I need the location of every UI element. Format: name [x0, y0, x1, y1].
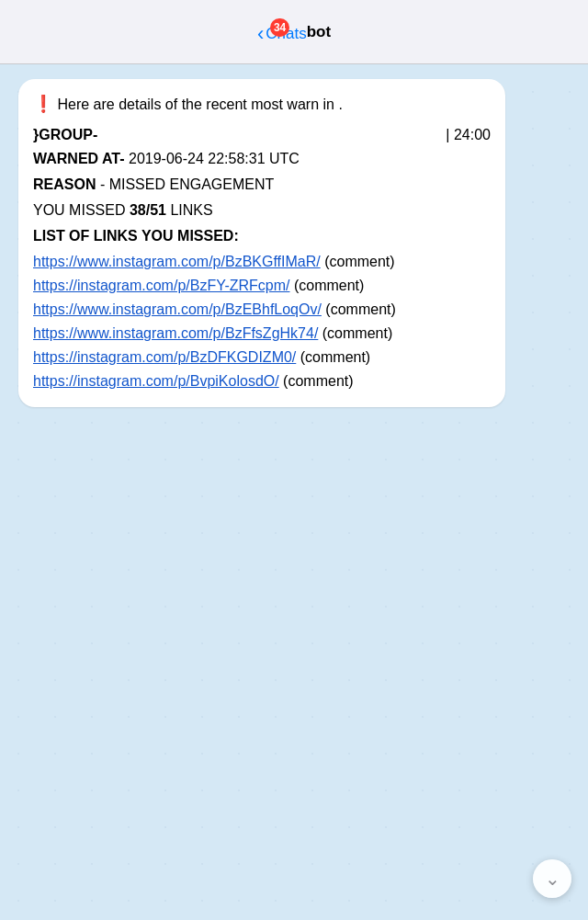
link-suffix: (comment) [279, 373, 354, 389]
link-url[interactable]: https://instagram.com/p/BzDFKGDIZM0/ [33, 349, 296, 365]
link-url[interactable]: https://www.instagram.com/p/BzFfsZgHk74/ [33, 325, 318, 341]
scroll-down-button[interactable]: ⌄ [533, 859, 571, 898]
link-item: https://instagram.com/p/BvpiKolosdO/ (co… [33, 370, 491, 392]
link-suffix: (comment) [289, 278, 364, 293]
message-bubble: ❗ Here are details of the recent most wa… [18, 79, 505, 407]
list-header: LIST OF LINKS YOU MISSED: [33, 225, 491, 247]
back-chevron-icon: ‹ [257, 24, 264, 44]
missed-count: 38/51 [130, 202, 166, 218]
back-button[interactable]: ‹ 34 Chats [257, 20, 307, 44]
warned-at-value: 2019-06-24 22:58:31 UTC [125, 151, 300, 166]
links-list: https://www.instagram.com/p/BzBKGffIMaR/… [33, 251, 491, 392]
chevron-down-icon: ⌄ [545, 868, 560, 890]
group-label: }GROUP- [33, 124, 97, 146]
header: ‹ 34 Chats bot [0, 0, 588, 64]
chat-area: ❗ Here are details of the recent most wa… [0, 64, 588, 920]
reason-line: REASON - MISSED ENGAGEMENT [33, 174, 491, 196]
link-suffix: (comment) [296, 349, 370, 365]
link-item: https://www.instagram.com/p/BzBKGffIMaR/… [33, 251, 491, 273]
exclamation-icon: ❗ [33, 95, 53, 113]
reason-label: REASON [33, 176, 96, 192]
notification-badge: 34 [270, 18, 289, 37]
link-url[interactable]: https://instagram.com/p/BvpiKolosdO/ [33, 373, 279, 389]
link-item: https://instagram.com/p/BzFY-ZRFcpm/ (co… [33, 275, 491, 297]
missed-suffix: LINKS [166, 202, 213, 218]
warned-at-line: WARNED AT- 2019-06-24 22:58:31 UTC [33, 148, 491, 170]
link-url[interactable]: https://instagram.com/p/BzFY-ZRFcpm/ [33, 278, 289, 293]
intro-line: ❗ Here are details of the recent most wa… [33, 92, 491, 117]
warned-at-label: WARNED AT- [33, 151, 125, 166]
link-item: https://www.instagram.com/p/BzFfsZgHk74/… [33, 323, 491, 345]
chat-title: bot [307, 23, 331, 41]
intro-text: Here are details of the recent most warn… [57, 97, 342, 112]
link-suffix: (comment) [322, 301, 396, 317]
link-url[interactable]: https://www.instagram.com/p/BzEBhfLoqOv/ [33, 301, 322, 317]
link-url[interactable]: https://www.instagram.com/p/BzBKGffIMaR/ [33, 254, 321, 269]
time-value: | 24:00 [446, 124, 491, 146]
link-suffix: (comment) [321, 254, 395, 269]
reason-value: - MISSED ENGAGEMENT [96, 176, 274, 192]
link-item: https://instagram.com/p/BzDFKGDIZM0/ (co… [33, 346, 491, 369]
link-item: https://www.instagram.com/p/BzEBhfLoqOv/… [33, 299, 491, 321]
link-suffix: (comment) [318, 325, 392, 341]
missed-label: YOU MISSED [33, 202, 130, 218]
group-line: }GROUP- | 24:00 [33, 124, 491, 146]
missed-line: YOU MISSED 38/51 LINKS [33, 199, 491, 221]
list-label: LIST OF LINKS YOU MISSED: [33, 228, 239, 244]
